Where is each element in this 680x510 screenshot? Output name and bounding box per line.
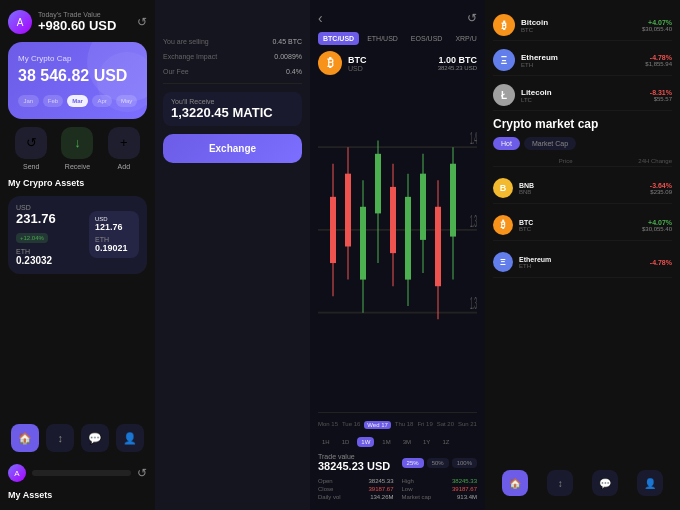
btc-price-usd: 38245.23 USD [438,65,477,71]
nav-exchange[interactable]: ↕ [46,424,74,452]
footer-avatar: A [8,464,26,482]
panel1-footer: A ↺ [8,464,147,482]
month-may[interactable]: May [116,95,137,107]
time-3m[interactable]: 3M [399,437,415,447]
month-mar[interactable]: Mar [67,95,88,107]
ohlc-marketcap: Market cap 913.4M [402,494,478,500]
asset-eth-value: 0.23032 [16,255,83,266]
month-jan[interactable]: Jan [18,95,39,107]
receive-value: 1,3220.45 MATIC [171,105,294,120]
bitcoin-name: Bitcoin [521,18,636,27]
tab-xrpusd[interactable]: XRP/USD [450,32,477,45]
bitcoin-icon: ₿ [493,14,515,36]
assets-card: USD 231.76 +12.04% ETH 0.23032 USD 121.7… [8,196,147,274]
add-icon: + [108,127,140,159]
ohlc-dailyvol: Daily vol 134.26M [318,494,394,500]
tab-eosusd[interactable]: EOS/USD [406,32,448,45]
market-cap-title: Crypto market cap [493,117,672,131]
market-table-header: Price 24H Change [493,156,672,167]
chart-refresh-icon[interactable]: ↺ [467,11,477,25]
ethereum-ticker: ETH [521,62,639,68]
panel4-nav: 🏠 ↕ 💬 👤 [493,466,672,500]
trade-val-amount: 38245.23 USD [318,460,390,472]
send-button[interactable]: ↺ Send [15,127,47,170]
market-row-btc: ₿ BTC BTC +4.07% $30,055.40 [493,210,672,241]
market-row-eth2: Ξ Ethereum ETH -4.78% [493,247,672,278]
panel4-nav-exchange[interactable]: ↕ [547,470,573,496]
fee-label: Our Fee [163,68,189,75]
panel4-nav-chat[interactable]: 💬 [592,470,618,496]
exchange-button[interactable]: Exchange [163,134,302,163]
trade-label: Today's Trade Value [38,11,131,18]
asset-usd-label: USD [16,204,83,211]
litecoin-price-group: -8.31% $55.57 [650,89,672,102]
btc2-name: BTC [519,219,636,226]
selling-label: You are selling [163,38,209,45]
back-button[interactable]: ‹ [318,10,323,26]
tab-btcusd[interactable]: BTC/USD [318,32,359,45]
tab-strip: BTC/USD ETH/USD EOS/USD XRP/USD [318,32,477,45]
btc-price-main: 1.00 BTC [438,55,477,65]
panel1-header: A Today's Trade Value +980.60 USD ↺ [8,10,147,34]
footer-refresh-icon[interactable]: ↺ [137,466,147,480]
nav-profile[interactable]: 👤 [116,424,144,452]
panel3-header: ‹ ↺ [318,10,477,26]
panel4-nav-profile[interactable]: 👤 [637,470,663,496]
time-1y[interactable]: 1Y [419,437,434,447]
time-1h[interactable]: 1H [318,437,334,447]
panel4-nav-home[interactable]: 🏠 [502,470,528,496]
month-feb[interactable]: Feb [43,95,64,107]
litecoin-ticker: LTC [521,97,644,103]
filter-hot[interactable]: Hot [493,137,520,150]
panel4-top-coins: ₿ Bitcoin BTC +4.07% $30,055.40 Ξ Ethere… [493,10,672,111]
panel-btc-chart: ‹ ↺ BTC/USD ETH/USD EOS/USD XRP/USD ₿ BT… [310,0,485,510]
chart-container: 1.42 1.36 1.30 [318,81,477,413]
market-row-bnb: B BNB BNB -3.64% $235.09 [493,173,672,204]
coin-ethereum: Ξ Ethereum ETH -4.78% $1,855.94 [493,45,672,76]
filter-marketcap[interactable]: Market Cap [524,137,576,150]
bnb-name: BNB [519,182,644,189]
time-1d[interactable]: 1D [338,437,354,447]
nav-chat[interactable]: 💬 [81,424,109,452]
time-1m[interactable]: 1M [378,437,394,447]
btc2-info: BTC BTC [519,219,636,232]
btc2-ticker: BTC [519,226,636,232]
coin-litecoin: Ł Litecoin LTC -8.31% $55.57 [493,80,672,111]
chart-dates: Mon 15 Tue 16 Wed 17 Thu 18 Fri 19 Sat 2… [318,419,477,431]
pct-25[interactable]: 25% [402,458,424,468]
assets-title: My Crypro Assets [8,178,147,188]
svg-rect-9 [345,174,351,247]
fee-value: 0.4% [286,68,302,75]
add-label: Add [118,163,130,170]
ohlc-low: Low 39187.67 [402,486,478,492]
panel-my-crypto-cap: A Today's Trade Value +980.60 USD ↺ My C… [0,0,155,510]
svg-rect-15 [390,187,396,253]
ethereum-usd: $1,855.94 [645,61,672,67]
btc-info: ₿ BTC USD 1.00 BTC 38245.23 USD [318,51,477,75]
time-all[interactable]: 1Z [438,437,453,447]
ethereum-info: Ethereum ETH [521,53,639,68]
month-apr[interactable]: Apr [92,95,113,107]
svg-rect-19 [420,174,426,240]
litecoin-icon: Ł [493,84,515,106]
receive-button[interactable]: ↓ Receive [61,127,93,170]
refresh-icon[interactable]: ↺ [137,15,147,29]
svg-text:1.42: 1.42 [470,129,477,148]
selling-row: You are selling 0.45 BTC [163,38,302,45]
pct-btns: 25% 50% 100% [402,458,477,468]
asset2-eth-label: ETH [95,236,133,243]
pct-100[interactable]: 100% [452,458,477,468]
btc2-change-group: +4.07% $30,055.40 [642,219,672,232]
impact-label: Exchange Impact [163,53,217,60]
cap-amount: 38 546.82 USD [18,67,137,85]
asset-badge: +12.04% [16,233,48,243]
pct-50[interactable]: 50% [427,458,449,468]
add-button[interactable]: + Add [108,127,140,170]
nav-home[interactable]: 🏠 [11,424,39,452]
bnb-change-group: -3.64% $235.09 [650,182,672,195]
cap-label: My Crypto Cap [18,54,137,63]
receive-section: You'll Receive 1,3220.45 MATIC [163,92,302,126]
tab-ethusd[interactable]: ETH/USD [362,32,403,45]
time-1w[interactable]: 1W [357,437,374,447]
btc2-price: $30,055.40 [642,226,672,232]
